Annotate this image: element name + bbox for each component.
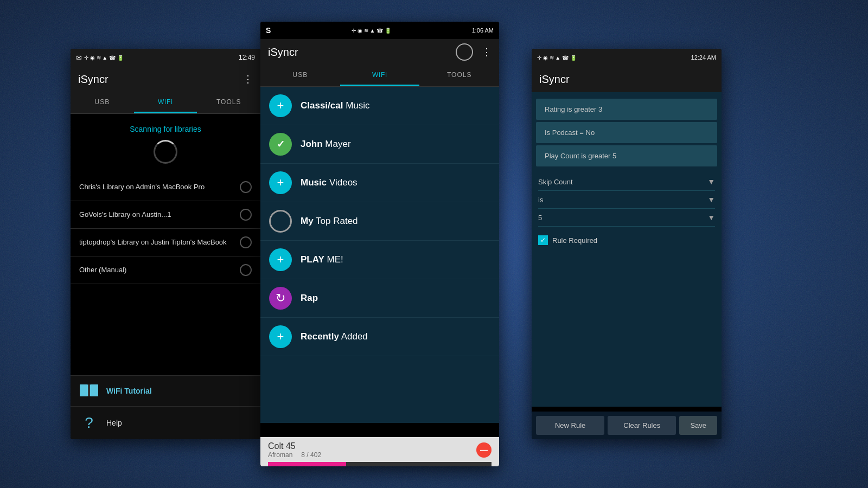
scanning-section: Scanning for libraries <box>71 114 260 169</box>
playlist-icon-teal <box>269 94 292 117</box>
playlist-icon-outline <box>269 210 292 233</box>
rule-required-label: Rule Required <box>552 236 597 245</box>
rule-row-podcast: Is Podcast = No <box>536 122 717 143</box>
now-artist: Afroman <box>268 451 292 459</box>
playlist-item[interactable]: Classi/cal Music <box>260 87 499 125</box>
menu-icon-mid[interactable]: ⋮ <box>482 46 492 58</box>
book-icon <box>79 383 99 399</box>
now-playing-bar: Colt 45 Afroman 8 / 402 — <box>260 437 499 466</box>
right-phone: ✛ ◉ ≋ ▲ ☎ 🔋 12:24 AM iSyncr Rating is gr… <box>532 49 722 439</box>
now-count: 8 / 402 <box>301 451 321 459</box>
radio-button[interactable] <box>240 236 252 248</box>
stop-button[interactable]: — <box>476 442 492 458</box>
help-icon: ? <box>79 414 99 432</box>
playlist-icon-purple <box>269 287 292 310</box>
library-item[interactable]: GoVols's Library on Austin...1 <box>71 201 260 229</box>
playlist-item-music-videos[interactable]: Music Videos <box>260 164 499 202</box>
chevron-icon: ▼ <box>707 177 715 186</box>
playlist-name-my-top-rated: My Top Rated <box>301 216 358 227</box>
refresh-icon <box>276 291 285 305</box>
playlist-icon-green <box>269 133 292 156</box>
playlist-icon-teal-ra <box>269 325 292 348</box>
app-title-right: iSyncr <box>539 73 570 86</box>
mail-icon: ✉ <box>76 54 82 62</box>
playlist-item-play-me[interactable]: PLAY ME! <box>260 241 499 279</box>
library-name: Other (Manual) <box>79 265 240 275</box>
library-item[interactable]: Chris's Library on Admin's MacBook Pro <box>71 174 260 201</box>
library-item[interactable]: Other (Manual) <box>71 256 260 284</box>
progress-bar <box>268 462 492 466</box>
plus-icon-pm <box>277 253 284 267</box>
playlist-name-john-mayer: John Mayer <box>301 139 351 150</box>
tab-wifi-left[interactable]: WiFi <box>134 92 197 113</box>
time-right: 12:24 AM <box>691 54 716 61</box>
save-button[interactable]: Save <box>679 416 717 435</box>
tab-usb-left[interactable]: USB <box>71 92 134 113</box>
library-name: tiptopdrop's Library on Justin Tipton's … <box>79 237 240 247</box>
radio-button[interactable] <box>240 264 252 276</box>
playlist-icon-teal-pm <box>269 248 292 271</box>
tab-usb-mid[interactable]: USB <box>260 65 340 86</box>
playlist-name-music-videos: Music Videos <box>301 177 358 188</box>
playlist-item-recently-added[interactable]: Recently Added <box>260 318 499 356</box>
svg-rect-2 <box>88 384 90 396</box>
menu-icon-left[interactable]: ⋮ <box>243 73 253 85</box>
tab-tools-mid[interactable]: TOOLS <box>419 65 499 86</box>
app-header-left: iSyncr ⋮ <box>71 66 260 92</box>
clear-rules-button[interactable]: Clear Rules <box>608 416 676 435</box>
bottom-section: WiFi Tutorial ? Help <box>71 375 260 439</box>
s-icon: S <box>266 26 271 35</box>
rule-row-rating: Rating is greater 3 <box>536 99 717 120</box>
now-song: Colt 45 <box>268 441 321 451</box>
playlist-item-rap[interactable]: Rap <box>260 279 499 318</box>
skip-count-label: Skip Count <box>538 178 573 186</box>
check-icon <box>277 138 285 150</box>
sync-circle-btn[interactable] <box>456 43 473 61</box>
playlist-item-my-top-rated[interactable]: My Top Rated <box>260 202 499 241</box>
app-title-mid: iSyncr <box>268 46 298 59</box>
svg-rect-0 <box>80 384 88 396</box>
playlist-name-recently-added: Recently Added <box>301 331 368 342</box>
help-item[interactable]: ? Help <box>71 406 260 439</box>
scanning-text: Scanning for libraries <box>130 125 201 133</box>
status-icons-left: ✛ ◉ ≋ ▲ ☎ 🔋 <box>84 55 124 61</box>
status-icons-mid: ✛ ◉ ≋ ▲ ☎ 🔋 <box>352 28 391 34</box>
count-value: 5 <box>538 214 542 222</box>
progress-fill <box>268 462 346 466</box>
chevron-icon-3: ▼ <box>707 213 715 222</box>
field-skip-count: Skip Count ▼ is ▼ 5 ▼ <box>532 169 722 231</box>
library-name: GoVols's Library on Austin...1 <box>79 210 240 220</box>
library-item[interactable]: tiptopdrop's Library on Justin Tipton's … <box>71 229 260 256</box>
tab-tools-left[interactable]: TOOLS <box>197 92 260 113</box>
radio-button[interactable] <box>240 209 252 221</box>
tab-wifi-mid[interactable]: WiFi <box>340 65 420 86</box>
playlist-item-john-mayer[interactable]: John Mayer <box>260 125 499 164</box>
now-playing-info: Colt 45 Afroman 8 / 402 <box>268 441 321 459</box>
plus-icon-ra <box>277 330 284 344</box>
rule-required-row[interactable]: ✓ Rule Required <box>532 231 722 249</box>
is-value: is <box>538 196 543 204</box>
rule-row-playcount: Play Count is greater 5 <box>536 145 717 166</box>
stop-icon: — <box>480 446 488 454</box>
chevron-icon-2: ▼ <box>707 195 715 204</box>
radio-button[interactable] <box>240 181 252 193</box>
tabs-mid: USB WiFi TOOLS <box>260 65 499 87</box>
wifi-tutorial-label: WiFi Tutorial <box>106 387 152 395</box>
wifi-tutorial-item[interactable]: WiFi Tutorial <box>71 375 260 406</box>
loading-spinner <box>154 140 177 164</box>
playlist-list: Classi/cal Music John Mayer Music Videos <box>260 87 499 423</box>
time-left: 12:49 <box>239 54 255 61</box>
status-icons-right: ✛ ◉ ≋ ▲ ☎ 🔋 <box>537 55 577 61</box>
help-label: Help <box>106 419 122 427</box>
playlist-name-rap: Rap <box>301 293 318 304</box>
checkbox-tick[interactable]: ✓ <box>538 235 548 245</box>
plus-icon-mv <box>277 176 284 190</box>
now-playing-top: Colt 45 Afroman 8 / 402 — <box>268 441 492 459</box>
left-phone: ✉ ✛ ◉ ≋ ▲ ☎ 🔋 12:49 iSyncr ⋮ USB WiFi TO… <box>71 49 260 439</box>
svg-rect-1 <box>90 384 98 396</box>
status-bar-mid: S ✛ ◉ ≋ ▲ ☎ 🔋 1:06 AM <box>260 22 499 39</box>
new-rule-button[interactable]: New Rule <box>536 416 604 435</box>
library-name: Chris's Library on Admin's MacBook Pro <box>79 182 240 192</box>
mid-phone: S ✛ ◉ ≋ ▲ ☎ 🔋 1:06 AM iSyncr ⋮ USB WiFi … <box>260 22 499 466</box>
playlist-name-play-me: PLAY ME! <box>301 254 343 265</box>
